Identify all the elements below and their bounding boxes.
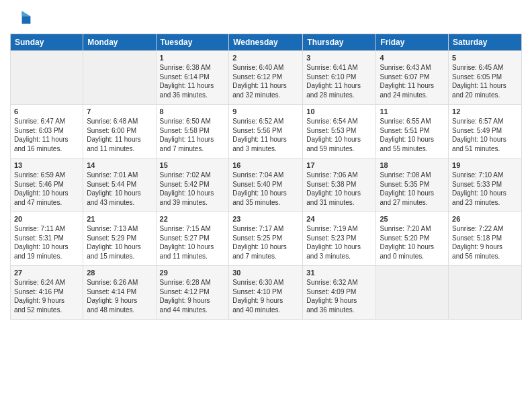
week-row-5: 27Sunrise: 6:24 AM Sunset: 4:16 PM Dayli… <box>11 266 522 320</box>
day-info: Sunrise: 6:55 AM Sunset: 5:51 PM Dayligh… <box>380 117 445 153</box>
day-cell <box>449 266 522 320</box>
week-row-1: 1Sunrise: 6:38 AM Sunset: 6:14 PM Daylig… <box>11 51 522 105</box>
day-number: 18 <box>380 161 445 169</box>
header-cell-wednesday: Wednesday <box>229 34 303 51</box>
day-info: Sunrise: 6:48 AM Sunset: 6:00 PM Dayligh… <box>87 117 152 153</box>
day-info: Sunrise: 6:52 AM Sunset: 5:56 PM Dayligh… <box>232 117 299 153</box>
day-number: 23 <box>232 215 299 223</box>
day-cell <box>83 51 156 105</box>
day-cell: 20Sunrise: 7:11 AM Sunset: 5:31 PM Dayli… <box>11 212 83 266</box>
day-info: Sunrise: 6:41 AM Sunset: 6:10 PM Dayligh… <box>306 63 372 99</box>
day-cell <box>376 266 449 320</box>
day-number: 14 <box>87 161 152 169</box>
day-cell: 23Sunrise: 7:17 AM Sunset: 5:25 PM Dayli… <box>229 212 303 266</box>
day-number: 6 <box>14 107 79 116</box>
day-number: 16 <box>232 161 299 169</box>
day-info: Sunrise: 7:04 AM Sunset: 5:40 PM Dayligh… <box>232 171 299 207</box>
day-cell: 15Sunrise: 7:02 AM Sunset: 5:42 PM Dayli… <box>156 158 229 212</box>
day-info: Sunrise: 6:43 AM Sunset: 6:07 PM Dayligh… <box>380 63 445 99</box>
day-cell: 6Sunrise: 6:47 AM Sunset: 6:03 PM Daylig… <box>11 105 83 158</box>
day-cell: 14Sunrise: 7:01 AM Sunset: 5:44 PM Dayli… <box>83 158 156 212</box>
day-cell: 24Sunrise: 7:19 AM Sunset: 5:23 PM Dayli… <box>303 212 376 266</box>
day-info: Sunrise: 6:30 AM Sunset: 4:10 PM Dayligh… <box>232 278 299 314</box>
day-number: 13 <box>14 161 79 169</box>
day-number: 2 <box>232 54 299 62</box>
week-row-4: 20Sunrise: 7:11 AM Sunset: 5:31 PM Dayli… <box>11 212 522 266</box>
logo-icon <box>10 7 32 28</box>
day-info: Sunrise: 6:38 AM Sunset: 6:14 PM Dayligh… <box>160 63 226 99</box>
day-info: Sunrise: 6:24 AM Sunset: 4:16 PM Dayligh… <box>14 278 79 314</box>
day-number: 20 <box>14 215 79 223</box>
day-info: Sunrise: 6:59 AM Sunset: 5:46 PM Dayligh… <box>14 171 79 207</box>
day-cell: 25Sunrise: 7:20 AM Sunset: 5:20 PM Dayli… <box>376 212 449 266</box>
day-number: 27 <box>14 269 79 277</box>
day-info: Sunrise: 6:50 AM Sunset: 5:58 PM Dayligh… <box>160 117 226 153</box>
day-info: Sunrise: 7:08 AM Sunset: 5:35 PM Dayligh… <box>380 171 445 207</box>
header-cell-friday: Friday <box>376 34 449 51</box>
day-cell: 31Sunrise: 6:32 AM Sunset: 4:09 PM Dayli… <box>303 266 376 320</box>
header-cell-thursday: Thursday <box>303 34 376 51</box>
day-cell: 10Sunrise: 6:54 AM Sunset: 5:53 PM Dayli… <box>303 105 376 158</box>
day-info: Sunrise: 7:22 AM Sunset: 5:18 PM Dayligh… <box>452 224 518 261</box>
day-number: 25 <box>380 215 445 223</box>
day-cell: 2Sunrise: 6:40 AM Sunset: 6:12 PM Daylig… <box>229 51 303 105</box>
day-number: 10 <box>306 107 372 116</box>
header <box>10 7 522 28</box>
day-cell: 12Sunrise: 6:57 AM Sunset: 5:49 PM Dayli… <box>449 105 522 158</box>
day-number: 12 <box>452 107 518 116</box>
day-number: 26 <box>452 215 518 223</box>
day-number: 19 <box>452 161 518 169</box>
svg-marker-1 <box>22 11 31 16</box>
day-info: Sunrise: 7:17 AM Sunset: 5:25 PM Dayligh… <box>232 224 299 261</box>
day-cell: 21Sunrise: 7:13 AM Sunset: 5:29 PM Dayli… <box>83 212 156 266</box>
header-cell-monday: Monday <box>83 34 156 51</box>
day-cell: 8Sunrise: 6:50 AM Sunset: 5:58 PM Daylig… <box>156 105 229 158</box>
day-info: Sunrise: 6:32 AM Sunset: 4:09 PM Dayligh… <box>306 278 372 314</box>
calendar-table: SundayMondayTuesdayWednesdayThursdayFrid… <box>10 34 522 320</box>
day-info: Sunrise: 7:11 AM Sunset: 5:31 PM Dayligh… <box>14 224 79 261</box>
header-cell-tuesday: Tuesday <box>156 34 229 51</box>
day-number: 30 <box>232 269 299 277</box>
day-cell: 22Sunrise: 7:15 AM Sunset: 5:27 PM Dayli… <box>156 212 229 266</box>
header-row: SundayMondayTuesdayWednesdayThursdayFrid… <box>11 34 522 51</box>
day-cell: 11Sunrise: 6:55 AM Sunset: 5:51 PM Dayli… <box>376 105 449 158</box>
day-cell <box>11 51 83 105</box>
day-info: Sunrise: 6:28 AM Sunset: 4:12 PM Dayligh… <box>160 278 226 314</box>
day-number: 31 <box>306 269 372 277</box>
day-cell: 30Sunrise: 6:30 AM Sunset: 4:10 PM Dayli… <box>229 266 303 320</box>
day-info: Sunrise: 7:15 AM Sunset: 5:27 PM Dayligh… <box>160 224 226 261</box>
day-info: Sunrise: 7:13 AM Sunset: 5:29 PM Dayligh… <box>87 224 152 261</box>
day-number: 17 <box>306 161 372 169</box>
day-info: Sunrise: 6:45 AM Sunset: 6:05 PM Dayligh… <box>452 63 518 99</box>
day-number: 29 <box>160 269 226 277</box>
day-number: 9 <box>232 107 299 116</box>
day-cell: 3Sunrise: 6:41 AM Sunset: 6:10 PM Daylig… <box>303 51 376 105</box>
day-cell: 5Sunrise: 6:45 AM Sunset: 6:05 PM Daylig… <box>449 51 522 105</box>
day-info: Sunrise: 7:20 AM Sunset: 5:20 PM Dayligh… <box>380 224 445 261</box>
day-cell: 13Sunrise: 6:59 AM Sunset: 5:46 PM Dayli… <box>11 158 83 212</box>
week-row-2: 6Sunrise: 6:47 AM Sunset: 6:03 PM Daylig… <box>11 105 522 158</box>
logo <box>10 7 34 28</box>
day-number: 8 <box>160 107 226 116</box>
header-cell-saturday: Saturday <box>449 34 522 51</box>
day-number: 5 <box>452 54 518 62</box>
day-cell: 27Sunrise: 6:24 AM Sunset: 4:16 PM Dayli… <box>11 266 83 320</box>
day-number: 1 <box>160 54 226 62</box>
day-cell: 26Sunrise: 7:22 AM Sunset: 5:18 PM Dayli… <box>449 212 522 266</box>
day-info: Sunrise: 6:57 AM Sunset: 5:49 PM Dayligh… <box>452 117 518 153</box>
day-cell: 17Sunrise: 7:06 AM Sunset: 5:38 PM Dayli… <box>303 158 376 212</box>
header-cell-sunday: Sunday <box>11 34 83 51</box>
day-number: 28 <box>87 269 152 277</box>
day-number: 22 <box>160 215 226 223</box>
day-cell: 4Sunrise: 6:43 AM Sunset: 6:07 PM Daylig… <box>376 51 449 105</box>
day-cell: 7Sunrise: 6:48 AM Sunset: 6:00 PM Daylig… <box>83 105 156 158</box>
day-info: Sunrise: 7:02 AM Sunset: 5:42 PM Dayligh… <box>160 171 226 207</box>
day-number: 21 <box>87 215 152 223</box>
day-info: Sunrise: 6:26 AM Sunset: 4:14 PM Dayligh… <box>87 278 152 314</box>
day-info: Sunrise: 7:06 AM Sunset: 5:38 PM Dayligh… <box>306 171 372 207</box>
day-number: 3 <box>306 54 372 62</box>
day-cell: 9Sunrise: 6:52 AM Sunset: 5:56 PM Daylig… <box>229 105 303 158</box>
day-info: Sunrise: 6:40 AM Sunset: 6:12 PM Dayligh… <box>232 63 299 99</box>
day-number: 24 <box>306 215 372 223</box>
day-cell: 1Sunrise: 6:38 AM Sunset: 6:14 PM Daylig… <box>156 51 229 105</box>
